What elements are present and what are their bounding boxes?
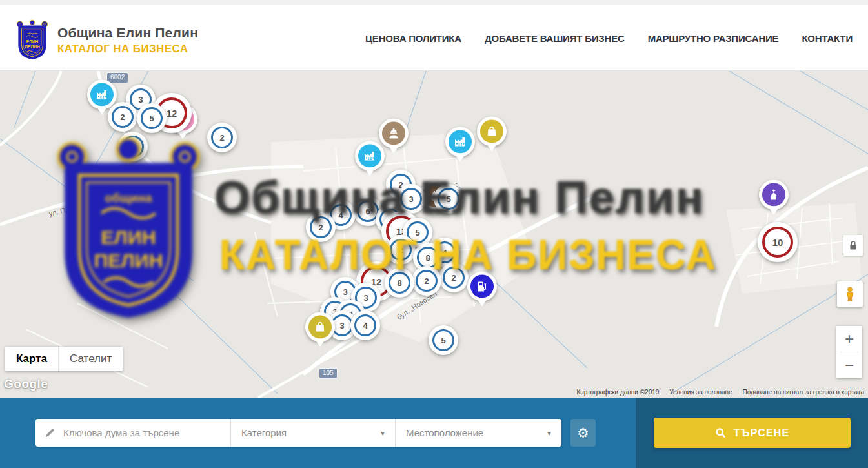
cluster-count: 2 bbox=[424, 276, 429, 286]
pencil-icon bbox=[45, 427, 56, 438]
keyword-field[interactable] bbox=[35, 419, 230, 447]
chevron-down-icon: ▾ bbox=[381, 429, 385, 438]
cluster-count: 12 bbox=[167, 108, 177, 119]
cluster-marker[interactable]: 2 bbox=[412, 266, 441, 296]
cluster-count: 4 bbox=[338, 210, 343, 220]
keyword-input[interactable] bbox=[63, 427, 223, 438]
map-type-control: КартаСателит bbox=[5, 347, 123, 371]
location-select[interactable]: Местоположение ▾ bbox=[395, 419, 561, 447]
category-select[interactable]: Категория ▾ bbox=[230, 419, 395, 447]
icon-bag bbox=[314, 320, 327, 333]
cluster-count: 2 bbox=[219, 133, 224, 143]
attribution-link[interactable]: Подаване на сигнал за грешка в картата bbox=[743, 389, 864, 396]
cluster-marker[interactable]: 2 bbox=[207, 123, 237, 152]
cluster-marker[interactable]: 2 bbox=[108, 102, 137, 132]
cluster-count: 4 bbox=[363, 321, 367, 331]
zoom-control: + − bbox=[836, 326, 862, 378]
nav-item[interactable]: КОНТАКТИ bbox=[802, 33, 853, 44]
attribution-text: Картографски данни ©2019 bbox=[576, 389, 659, 396]
cluster-marker[interactable]: 2 bbox=[439, 263, 469, 292]
pin-dot bbox=[762, 183, 785, 206]
cluster-marker[interactable]: 10 bbox=[758, 222, 798, 262]
cluster-count: 2 bbox=[130, 142, 135, 152]
church-pin-icon[interactable] bbox=[759, 179, 789, 209]
cluster-count: 3 bbox=[339, 321, 344, 331]
worker-pin-icon[interactable] bbox=[379, 118, 409, 148]
map-type-button[interactable]: Сателит bbox=[58, 347, 123, 371]
cluster-count: 10 bbox=[772, 237, 783, 248]
pegman-icon bbox=[842, 286, 858, 303]
cluster-marker[interactable]: 2 bbox=[118, 132, 148, 161]
location-label: Местоположение bbox=[406, 427, 483, 438]
cluster-marker[interactable]: 2 bbox=[386, 235, 416, 265]
cluster-marker[interactable]: 5 bbox=[434, 184, 463, 214]
pin-dot bbox=[90, 83, 114, 106]
cluster-count: 2 bbox=[398, 245, 403, 255]
cluster-marker[interactable]: 2 bbox=[306, 212, 336, 242]
fuel-pin-icon[interactable] bbox=[467, 271, 497, 301]
map-attribution: Картографски данни ©2019Условия за ползв… bbox=[576, 389, 864, 396]
icon-factory bbox=[363, 149, 376, 162]
factory-pin-icon[interactable] bbox=[445, 127, 475, 156]
nav-item[interactable]: ДОБАВЕТЕ ВАШИЯТ БИЗНЕС bbox=[485, 33, 625, 44]
cluster-count: 3 bbox=[138, 95, 143, 105]
search-fields: Категория ▾ Местоположение ▾ bbox=[35, 419, 561, 447]
pin-dot bbox=[449, 130, 472, 153]
icon-factory bbox=[454, 135, 467, 148]
main-nav: ЦЕНОВА ПОЛИТИКАДОБАВЕТЕ ВАШИЯТ БИЗНЕСМАР… bbox=[365, 5, 853, 71]
icon-factory bbox=[96, 88, 108, 101]
pin-dot bbox=[308, 315, 332, 338]
cluster-count: 2 bbox=[451, 273, 456, 283]
cluster-count: 3 bbox=[343, 287, 347, 297]
header: Община Елин Пелин КАТАЛОГ НА БИЗНЕСА ЦЕН… bbox=[0, 0, 868, 71]
icon-fuel bbox=[476, 280, 489, 292]
search-icon bbox=[715, 427, 726, 438]
shopping-bag-pin-icon[interactable] bbox=[477, 116, 507, 146]
municipality-crest-icon bbox=[16, 19, 48, 61]
search-bar: Категория ▾ Местоположение ▾ ⚙ ТЪРСЕНЕ bbox=[0, 398, 868, 468]
cluster-count: 6 bbox=[365, 207, 370, 216]
page: Община Елин Пелин КАТАЛОГ НА БИЗНЕСА ЦЕН… bbox=[0, 0, 868, 468]
site-logo[interactable]: Община Елин Пелин КАТАЛОГ НА БИЗНЕСА bbox=[16, 19, 198, 61]
shopping-bag-pin-icon[interactable] bbox=[305, 312, 335, 341]
icon-bag bbox=[485, 125, 498, 137]
map-canvas[interactable]: 6002105ул. Преславбул. „Новоселци" 31225… bbox=[0, 71, 868, 398]
cluster-marker[interactable]: 5 bbox=[429, 325, 458, 355]
cluster-count: 2 bbox=[120, 112, 125, 122]
cluster-count: 2 bbox=[318, 223, 323, 232]
google-logo[interactable]: Google bbox=[4, 377, 48, 391]
icon-church bbox=[767, 188, 780, 201]
zoom-in-button[interactable]: + bbox=[836, 326, 862, 352]
cluster-count: 5 bbox=[441, 336, 445, 345]
cluster-count: 5 bbox=[446, 194, 450, 204]
chevron-down-icon: ▾ bbox=[547, 429, 551, 438]
pin-dot bbox=[480, 119, 503, 143]
cluster-marker[interactable]: 8 bbox=[385, 268, 414, 298]
cluster-marker[interactable]: 5 bbox=[137, 103, 167, 133]
pin-dot bbox=[470, 274, 494, 298]
zoom-out-button[interactable]: − bbox=[836, 352, 862, 378]
gear-icon: ⚙ bbox=[577, 425, 589, 441]
cluster-count: 8 bbox=[425, 253, 430, 263]
cluster-marker[interactable]: 4 bbox=[350, 310, 380, 340]
pin-dot bbox=[358, 144, 381, 167]
site-title: Община Елин Пелин bbox=[57, 25, 198, 41]
factory-pin-icon[interactable] bbox=[355, 141, 385, 170]
lock-map-button[interactable] bbox=[843, 235, 863, 256]
advanced-settings-button[interactable]: ⚙ bbox=[570, 419, 596, 447]
pin-dot bbox=[382, 121, 405, 145]
cluster-count: 5 bbox=[415, 228, 419, 238]
nav-item[interactable]: ЦЕНОВА ПОЛИТИКА bbox=[365, 33, 461, 44]
cluster-count: 8 bbox=[397, 278, 401, 288]
map-type-button[interactable]: Карта bbox=[5, 347, 58, 371]
category-label: Категория bbox=[241, 427, 287, 438]
nav-item[interactable]: МАРШРУТНО РАЗПИСАНИЕ bbox=[648, 33, 779, 44]
attribution-link[interactable]: Условия за ползване bbox=[669, 389, 732, 396]
icon-worker bbox=[387, 127, 400, 139]
cluster-count: 4 bbox=[442, 248, 447, 258]
lock-icon bbox=[846, 238, 860, 252]
cluster-count: 3 bbox=[363, 293, 368, 303]
search-button[interactable]: ТЪРСЕНЕ bbox=[654, 418, 851, 448]
site-subtitle: КАТАЛОГ НА БИЗНЕСА bbox=[57, 43, 198, 56]
street-view-pegman[interactable] bbox=[837, 281, 863, 307]
